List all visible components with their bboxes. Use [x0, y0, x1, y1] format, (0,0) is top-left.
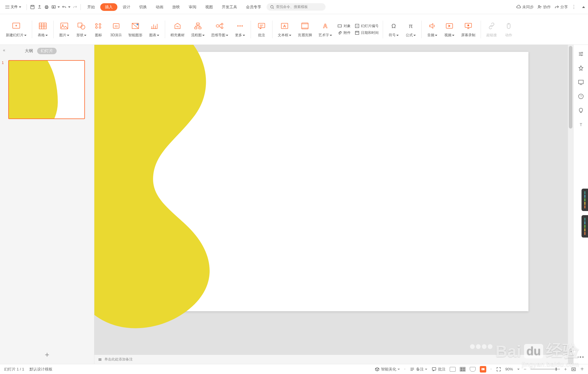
notes-toggle-button[interactable]: 备注: [410, 367, 427, 372]
flowchart-button[interactable]: 流程图: [188, 20, 208, 39]
caret-icon[interactable]: [68, 6, 70, 8]
fit-page-icon[interactable]: [571, 367, 576, 372]
smartart-button[interactable]: 智能图形: [125, 20, 145, 39]
text-icon[interactable]: T: [578, 121, 584, 128]
zoom-label[interactable]: 90%: [505, 367, 513, 371]
mindmap-button[interactable]: 思维导图: [208, 20, 231, 39]
search-box[interactable]: 查找命令、搜索模板: [267, 3, 326, 11]
tab-design[interactable]: 设计: [119, 3, 134, 11]
attachment-button[interactable]: 附件: [337, 30, 351, 35]
sidebar-more-icon[interactable]: •••: [577, 354, 584, 360]
zoom-out-button[interactable]: −: [524, 367, 526, 372]
shape-button[interactable]: 形状: [73, 20, 90, 39]
tab-start[interactable]: 开始: [84, 3, 98, 11]
object-button[interactable]: 对象: [337, 24, 351, 29]
more-label: 更多: [235, 33, 242, 38]
audio-button[interactable]: 音频: [424, 20, 441, 39]
screenrecord-button[interactable]: 屏幕录制: [458, 20, 478, 39]
wordart-button[interactable]: A 艺术字: [316, 20, 335, 39]
more-icon[interactable]: ⋮: [571, 4, 576, 10]
tab-review[interactable]: 审阅: [185, 3, 200, 11]
collapse-ribbon-icon[interactable]: [582, 6, 585, 8]
3d-button[interactable]: 3D 3D演示: [107, 20, 125, 39]
scroll-down-icon[interactable]: [569, 351, 572, 354]
add-button[interactable]: +: [580, 366, 584, 373]
reading-view-button[interactable]: [470, 367, 476, 372]
caret-icon: [226, 35, 228, 36]
bulb-icon[interactable]: [578, 107, 584, 114]
annotate-toggle-button[interactable]: 批注: [431, 367, 446, 372]
share-button[interactable]: 分享: [554, 4, 568, 10]
redo-icon[interactable]: [72, 4, 78, 10]
scroll-up-icon[interactable]: [569, 347, 572, 350]
collab-button[interactable]: 协作: [537, 4, 551, 10]
svg-point-6: [271, 5, 273, 8]
canvas-yellow-shape[interactable]: [94, 45, 259, 340]
add-slide-button[interactable]: +: [45, 350, 49, 359]
tab-transition[interactable]: 切换: [136, 3, 150, 11]
preview-icon[interactable]: [51, 4, 56, 10]
tab-devtools[interactable]: 开发工具: [218, 3, 241, 11]
headerfooter-button[interactable]: 页眉页脚: [295, 20, 315, 39]
3d-icon: 3D: [111, 21, 121, 31]
chart-button[interactable]: 图表: [146, 20, 162, 39]
caret-icon[interactable]: [517, 369, 520, 370]
svg-text:#: #: [357, 25, 358, 27]
print-icon[interactable]: [44, 4, 49, 10]
slide-thumbnail-1[interactable]: [8, 60, 85, 119]
vertical-scrollbar[interactable]: [568, 45, 573, 355]
icon-button[interactable]: 图标: [90, 20, 107, 39]
edge-tab-1[interactable]: [582, 189, 588, 211]
symbol-button[interactable]: Ω 符号: [385, 20, 402, 39]
fit-icon[interactable]: [496, 367, 501, 372]
resource-button[interactable]: 稻壳素材: [167, 20, 188, 39]
video-button[interactable]: 视频: [441, 20, 458, 39]
new-slide-button[interactable]: 新建幻灯片: [3, 20, 29, 39]
help-icon[interactable]: ?: [578, 93, 584, 100]
image-button[interactable]: 图片: [56, 20, 73, 39]
sync-button[interactable]: 未同步: [516, 4, 534, 10]
table-button[interactable]: 表格: [35, 20, 51, 39]
hamburger-icon: [5, 6, 9, 9]
more-button[interactable]: 更多: [232, 20, 248, 39]
notes-bar[interactable]: 单击此处添加备注: [94, 355, 568, 364]
caret-icon[interactable]: [58, 6, 60, 8]
tab-insert[interactable]: 插入: [100, 3, 117, 11]
tab-animation[interactable]: 动画: [152, 3, 167, 11]
outline-tab[interactable]: 大纲: [25, 48, 33, 54]
undo-icon[interactable]: [62, 4, 67, 10]
annotate-button[interactable]: 批注: [253, 20, 270, 39]
normal-view-button[interactable]: [450, 367, 456, 372]
svg-rect-31: [258, 23, 265, 28]
collapse-panel-icon[interactable]: «: [3, 48, 5, 52]
settings-slider-icon[interactable]: [578, 51, 584, 57]
tab-slideshow[interactable]: 放映: [169, 3, 183, 11]
play-button[interactable]: [480, 366, 486, 373]
svg-text:A: A: [283, 24, 286, 28]
zoom-in-button[interactable]: +: [564, 367, 567, 372]
edge-tab-2[interactable]: [582, 215, 588, 238]
save-icon[interactable]: [30, 4, 35, 10]
file-menu[interactable]: 文件: [3, 3, 24, 11]
tab-view[interactable]: 视图: [202, 3, 216, 11]
textbox-button[interactable]: A 文本框: [275, 20, 294, 39]
formula-button[interactable]: π 公式: [403, 20, 419, 39]
caret-icon: [243, 35, 245, 36]
export-icon[interactable]: [37, 4, 42, 10]
svg-text:A: A: [323, 23, 327, 29]
template-icon[interactable]: [578, 79, 584, 85]
sparkle-icon[interactable]: [578, 65, 584, 71]
slidenumber-button[interactable]: #幻灯片编号: [355, 24, 379, 29]
caret-icon: [425, 369, 427, 370]
tab-member[interactable]: 会员专享: [242, 3, 265, 11]
panel-header: 大纲 幻灯片: [0, 45, 94, 57]
svg-point-26: [221, 23, 223, 25]
top-toolbar: 文件 开始 插入 设计 切换 动画 放映 审阅 视图 开发工具 会员专享 查找命…: [0, 0, 588, 14]
slides-tab[interactable]: 幻灯片: [37, 48, 57, 54]
smart-beautify-button[interactable]: 智能美化: [375, 367, 400, 372]
scrollbar-thumb[interactable]: [569, 46, 572, 128]
monitor-icon: [463, 21, 473, 31]
sorter-view-button[interactable]: [460, 367, 466, 372]
datetime-button[interactable]: 日期和时间: [355, 30, 379, 35]
zoom-slider[interactable]: [530, 369, 560, 370]
